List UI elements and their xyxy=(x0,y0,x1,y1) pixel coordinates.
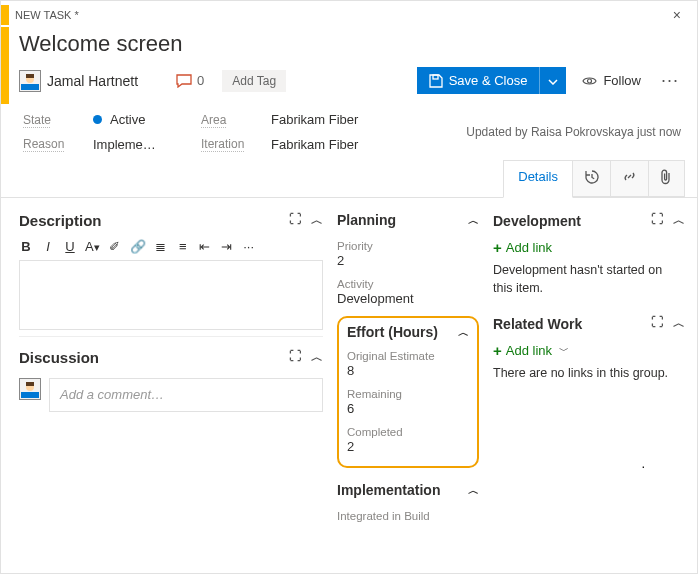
comment-count[interactable]: 0 xyxy=(176,73,204,88)
history-icon xyxy=(584,169,599,184)
state-value[interactable]: Active xyxy=(93,112,183,127)
collapse-icon[interactable]: ︿ xyxy=(458,325,469,340)
discussion-header: Discussion xyxy=(19,349,99,366)
work-item-title[interactable]: Welcome screen xyxy=(19,29,683,61)
rich-text-toolbar: B I U A▾ ✐ 🔗 ≣ ≡ ⇤ ⇥ ··· xyxy=(19,235,323,260)
plus-icon: + xyxy=(493,239,502,256)
tab-attachments[interactable] xyxy=(648,160,685,197)
priority-value[interactable]: 2 xyxy=(337,252,479,272)
svg-rect-3 xyxy=(433,75,438,79)
font-color-button[interactable]: A▾ xyxy=(85,239,100,254)
area-value[interactable]: Fabrikam Fiber xyxy=(271,112,358,127)
collapse-icon[interactable]: ︿ xyxy=(311,212,323,229)
svg-rect-7 xyxy=(26,382,34,386)
related-add-link[interactable]: + Add link ﹀ xyxy=(493,338,685,363)
expand-icon[interactable]: ⛶ xyxy=(651,212,663,229)
description-editor[interactable] xyxy=(19,260,323,330)
comment-input[interactable]: Add a comment… xyxy=(49,378,323,412)
iteration-value[interactable]: Fabrikam Fiber xyxy=(271,137,358,152)
svg-rect-5 xyxy=(21,392,39,398)
planning-header: Planning xyxy=(337,212,396,228)
link-button[interactable]: 🔗 xyxy=(130,239,146,254)
number-list-button[interactable]: ≡ xyxy=(176,239,190,254)
related-empty-text: There are no links in this group. xyxy=(493,363,685,383)
remaining-value[interactable]: 6 xyxy=(347,400,469,420)
avatar xyxy=(19,70,41,92)
attachment-icon xyxy=(660,169,673,185)
work-item-type-label: NEW TASK * xyxy=(15,9,667,21)
priority-label: Priority xyxy=(337,240,479,252)
activity-label: Activity xyxy=(337,278,479,290)
description-header: Description xyxy=(19,212,102,229)
follow-button[interactable]: Follow xyxy=(576,69,647,92)
clear-format-button[interactable]: ✐ xyxy=(108,239,122,254)
link-icon xyxy=(622,169,637,184)
dev-add-link[interactable]: + Add link xyxy=(493,235,685,260)
save-dropdown-button[interactable] xyxy=(539,67,566,94)
avatar xyxy=(19,378,41,400)
state-label: State xyxy=(23,113,75,127)
expand-icon[interactable]: ⛶ xyxy=(289,212,301,229)
collapse-icon[interactable]: ︿ xyxy=(468,483,479,498)
comment-icon xyxy=(176,74,192,88)
tab-history[interactable] xyxy=(572,160,611,197)
effort-header: Effort (Hours) xyxy=(347,324,438,340)
plus-icon: + xyxy=(493,342,502,359)
original-estimate-label: Original Estimate xyxy=(347,350,469,362)
development-empty-text: Development hasn't started on this item. xyxy=(493,260,685,297)
updated-text: Updated by Raisa Pokrovskaya just now xyxy=(466,125,681,139)
collapse-icon[interactable]: ︿ xyxy=(311,349,323,366)
chevron-down-icon xyxy=(548,79,558,85)
collapse-icon[interactable]: ︿ xyxy=(673,212,685,229)
bullet-list-button[interactable]: ≣ xyxy=(154,239,168,254)
outdent-button[interactable]: ⇤ xyxy=(198,239,212,254)
add-tag-button[interactable]: Add Tag xyxy=(222,70,286,92)
remaining-label: Remaining xyxy=(347,388,469,400)
reason-label: Reason xyxy=(23,137,75,151)
rte-more-button[interactable]: ··· xyxy=(242,239,256,254)
original-estimate-value[interactable]: 8 xyxy=(347,362,469,382)
iteration-label: Iteration xyxy=(201,137,253,151)
collapse-icon[interactable]: ︿ xyxy=(673,315,685,332)
related-work-header: Related Work xyxy=(493,316,582,332)
tab-links[interactable] xyxy=(610,160,649,197)
chevron-down-icon: ﹀ xyxy=(559,344,569,358)
reason-value[interactable]: Impleme… xyxy=(93,137,183,152)
more-actions-button[interactable]: ··· xyxy=(657,70,683,91)
tab-details[interactable]: Details xyxy=(503,160,573,198)
underline-button[interactable]: U xyxy=(63,239,77,254)
collapse-icon[interactable]: ︿ xyxy=(468,213,479,228)
svg-rect-0 xyxy=(21,84,39,90)
svg-point-4 xyxy=(588,79,592,83)
effort-section: Effort (Hours) ︿ Original Estimate 8 Rem… xyxy=(337,316,479,468)
development-header: Development xyxy=(493,213,581,229)
integrated-build-label: Integrated in Build xyxy=(337,510,479,522)
implementation-header: Implementation xyxy=(337,482,440,498)
expand-icon[interactable]: ⛶ xyxy=(651,315,663,332)
completed-value[interactable]: 2 xyxy=(347,438,469,458)
save-icon xyxy=(429,74,443,88)
activity-value[interactable]: Development xyxy=(337,290,479,310)
assignee-name: Jamal Hartnett xyxy=(47,73,138,89)
expand-icon[interactable]: ⛶ xyxy=(289,349,301,366)
completed-label: Completed xyxy=(347,426,469,438)
indent-button[interactable]: ⇥ xyxy=(220,239,234,254)
eye-icon xyxy=(582,75,597,87)
svg-rect-2 xyxy=(26,74,34,78)
close-icon[interactable]: × xyxy=(667,5,687,25)
bold-button[interactable]: B xyxy=(19,239,33,254)
stray-period: . xyxy=(641,456,645,471)
assignee-picker[interactable]: Jamal Hartnett xyxy=(19,70,138,92)
italic-button[interactable]: I xyxy=(41,239,55,254)
area-label: Area xyxy=(201,113,253,127)
save-and-close-button[interactable]: Save & Close xyxy=(417,67,540,94)
state-dot-icon xyxy=(93,115,102,124)
